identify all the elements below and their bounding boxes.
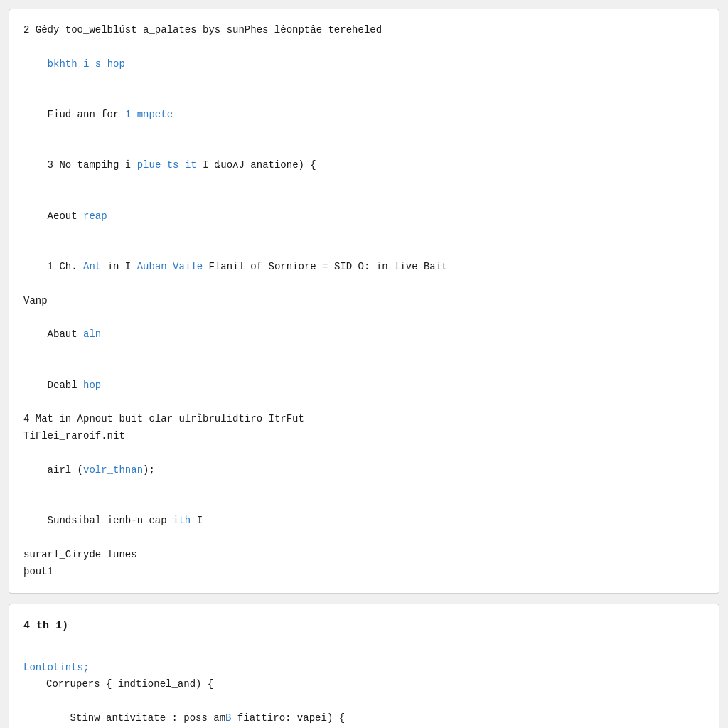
line-6-a: 1 Ch. [48,261,83,272]
panel-2-header: 4 th 1) [23,617,705,636]
line-2: ƀkhth i s hop [23,39,705,90]
line-8: Abaut aln [23,310,705,360]
line-1: 2 Gėdy too_welblúst a_palates bys sunPh… [23,22,705,39]
line-6-b: Ant [83,261,101,272]
line-9: Deabl hop [23,360,705,411]
line-13-c: I [191,515,203,526]
line-11: TiΓlei_raroif.nit [23,428,705,445]
line-7: Vanp [23,293,705,310]
line-9-a: Deabl [48,380,83,391]
line-3: Fiud ann for 1 mnpete [23,90,705,140]
p2-line-1: Lontotints; [23,660,705,677]
line-3-a: Fiud ann for [48,109,125,120]
line-5-b: reap [83,210,107,222]
line-12-b: volr_thnan [83,464,143,476]
line-10: 4 Mat in Apnout buit clar ulrȉbrulidtiro… [23,411,705,428]
line-8-a: Abaut [48,328,83,340]
line-13-a: Sundsibal ienb-n eap [48,515,173,526]
panel-2: 4 th 1) Lontotints; Corrupers { indtione… [9,604,719,728]
line-6-c: in I [101,261,136,272]
p2-line-2: Corrupers { indtionel_and) { [23,676,705,693]
line-4-a: 3 No tampihg i̇ [48,159,137,171]
panel-1: 2 Gėdy too_welblúst a_palates bys sunPh… [9,9,719,594]
p2-line-3-c: _fiattiro: vapei) { [231,712,345,724]
line-5: Aeout reap [23,191,705,242]
line-2-text: ƀkhth i s hop [48,58,125,70]
line-4-b: plue ts it [137,159,197,171]
line-13: Sundsibal ienb-n eap ith I [23,496,705,546]
line-12: airl (volr_thnan); [23,445,705,496]
p2-line-3-a: Stinw antivitate :_poss am [70,712,225,724]
line-5-a: Aeout [48,210,83,222]
line-12-a: airl ( [48,464,83,476]
line-12-c: ); [143,464,155,476]
line-8-b: aln [83,328,101,340]
p2-line-3: Stinw antivitate :_poss amB_fiattiro: va… [23,693,705,728]
line-4: 3 No tampihg i̇ plue ts it I ȡuoʌJ anati… [23,141,705,191]
line-14: surarl_Ciryde lunes [23,547,705,564]
line-6: 1 Ch. Ant in I Auban Vaile Flanil of Sor… [23,242,705,292]
line-9-b: hop [83,380,101,391]
line-6-e: Flanil of Sorniore = SID O: in live Bait [203,261,447,272]
line-6-d: Auban Vaile [137,261,203,272]
line-4-c: I ȡuoʌJ anatione) { [197,159,316,171]
line-15: þout1 [23,564,705,581]
line-13-b: ith [173,515,191,526]
line-3-b: 1 mnpete [125,109,173,120]
